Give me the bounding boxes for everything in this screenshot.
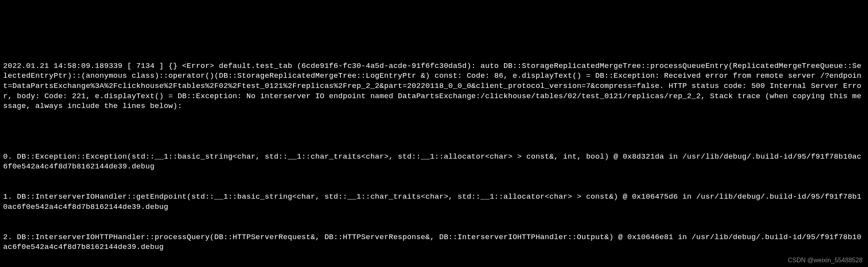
log-line-stack-1: 1. DB::InterserverIOHandler::getEndpoint…	[3, 192, 865, 212]
log-line-stack-0: 0. DB::Exception::Exception(std::__1::ba…	[3, 152, 865, 172]
watermark-text: CSDN @weixin_55488528	[788, 256, 863, 265]
log-line-stack-2: 2. DB::InterserverIOHTTPHandler::process…	[3, 232, 865, 252]
log-line-error-header: 2022.01.21 14:58:09.189339 [ 7134 ] {} <…	[3, 61, 865, 112]
terminal-output: 2022.01.21 14:58:09.189339 [ 7134 ] {} <…	[3, 41, 865, 267]
